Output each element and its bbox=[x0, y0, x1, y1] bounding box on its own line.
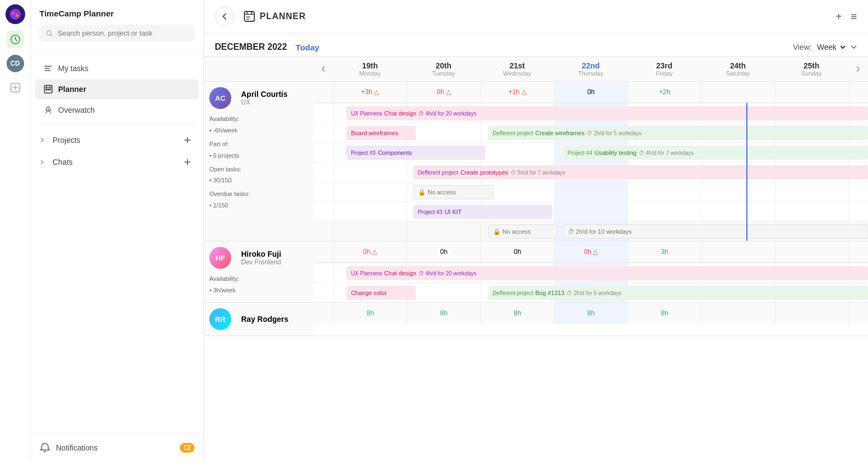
chats-section-header[interactable]: Chats bbox=[31, 151, 203, 173]
hiroko-task-bug[interactable]: Defferent project Bug #1213 ⏱ 2h/d for 5… bbox=[488, 286, 868, 300]
back-button[interactable] bbox=[215, 7, 235, 26]
svg-point-0 bbox=[10, 9, 21, 20]
day-num-5: 24th bbox=[703, 61, 772, 70]
hiroko-hour-0: 0h △ bbox=[333, 241, 407, 262]
day-name-1: Tuesday bbox=[409, 70, 478, 77]
day-name-2: Wednsday bbox=[483, 70, 552, 77]
hiroko-task-chat-design[interactable]: UX Plannera Chat design ⏱ 4h/d for 20 wo… bbox=[346, 266, 868, 280]
april-task-cells-0: UX Plannera Chat design ⏱ 4h/d for 20 wo… bbox=[333, 103, 868, 123]
task-label: Chat design bbox=[384, 110, 416, 117]
hiroko-hour-2: 0h bbox=[481, 241, 554, 262]
april-hour-0: +3h △ bbox=[333, 82, 407, 102]
person-row-ray: RR Ray Rodgers 8h 8h 8h 8h bbox=[204, 303, 868, 336]
gantt-body: AC April Courtis UX Availability: • -6h/… bbox=[204, 82, 868, 462]
search-input[interactable] bbox=[58, 29, 188, 37]
chats-label: Chats bbox=[53, 158, 73, 166]
april-avatar: AC bbox=[209, 87, 231, 109]
hiroko-hour-4: 3h bbox=[627, 241, 701, 262]
day-header-0: 19th Monday bbox=[333, 57, 407, 81]
add-project-button[interactable] bbox=[184, 135, 195, 146]
hiroko-task-row-0: UX Plannera Chat design ⏱ 4h/d for 20 wo… bbox=[313, 263, 868, 282]
view-selector: View: Week Month Day bbox=[793, 42, 857, 52]
hiroko-task-change-color[interactable]: Change color bbox=[346, 286, 416, 300]
nav-item-planner[interactable]: Planner bbox=[35, 79, 199, 99]
hiroko-name-role: Hiroko Fuji Dev Frontend bbox=[241, 250, 281, 266]
april-hours-row: +3h △ 0h △ +1h △ 0h +2h bbox=[313, 82, 868, 103]
hiroko-hours-cells: 0h △ 0h 0h 0h △ 3h bbox=[333, 241, 868, 262]
next-week-button[interactable] bbox=[848, 61, 868, 77]
search-box[interactable] bbox=[39, 25, 195, 42]
sidebar: TimeCamp Planner My tasks bbox=[31, 0, 204, 462]
ray-header: RR Ray Rodgers 8h 8h 8h 8h bbox=[204, 303, 868, 336]
view-label: View: bbox=[793, 43, 812, 51]
person-row-hiroko: HF Hiroko Fuji Dev Frontend Availability… bbox=[204, 241, 868, 303]
prev-week-button[interactable] bbox=[313, 61, 333, 77]
day-num-2: 21st bbox=[483, 61, 552, 70]
april-header: AC April Courtis UX Availability: • -6h/… bbox=[204, 82, 868, 241]
hiroko-hour-3: 0h △ bbox=[554, 241, 627, 262]
april-task-board-wireframes[interactable]: Board wireframes bbox=[346, 126, 416, 140]
ray-hour-1: 8h bbox=[407, 303, 480, 324]
ray-name-role: Ray Rodgers bbox=[241, 315, 288, 324]
april-hour-2: +1h △ bbox=[481, 82, 554, 102]
app-logo bbox=[5, 4, 25, 24]
april-task-prototypes[interactable]: Defferent project Create prototypes ⏱ 5h… bbox=[413, 165, 868, 180]
add-button[interactable]: + bbox=[836, 10, 842, 23]
hiroko-task-row-1: Change color Defferent project Bug #1213… bbox=[313, 282, 868, 302]
person-row-april: AC April Courtis UX Availability: • -6h/… bbox=[204, 82, 868, 241]
svg-rect-6 bbox=[45, 66, 47, 67]
april-hour-4: +2h bbox=[627, 82, 701, 102]
day-header-4: 23rd Friday bbox=[627, 57, 701, 81]
april-task-chat-design[interactable]: UX Plannera Chat design ⏱ 4h/d for 20 wo… bbox=[346, 106, 868, 120]
nav-item-overwatch[interactable]: Overwatch bbox=[35, 100, 199, 120]
add-nav-icon[interactable] bbox=[7, 79, 24, 96]
svg-point-2 bbox=[15, 14, 19, 17]
sidebar-title: TimeCamp Planner bbox=[39, 9, 195, 18]
april-hour-5 bbox=[701, 82, 774, 102]
hiroko-tasks: UX Plannera Chat design ⏱ 4h/d for 20 wo… bbox=[313, 263, 868, 302]
april-task-2h-workdays[interactable]: ⏱ 2h/d for 10 workdays bbox=[563, 224, 868, 239]
april-task-uikit[interactable]: Project #3 UI KIT bbox=[413, 205, 552, 219]
april-task-row-6: 🔒 No access ⏱ 2h/d for 10 workdays bbox=[313, 221, 868, 241]
add-chat-button[interactable] bbox=[184, 157, 195, 168]
timer-nav-icon[interactable] bbox=[7, 31, 24, 48]
svg-rect-10 bbox=[49, 89, 51, 90]
ray-hours-cells: 8h 8h 8h 8h 8h bbox=[333, 303, 868, 324]
april-hour-6 bbox=[775, 82, 848, 102]
menu-button[interactable]: ≡ bbox=[850, 10, 857, 23]
today-button[interactable]: Today bbox=[296, 43, 319, 52]
header-actions: + ≡ bbox=[836, 10, 857, 23]
april-task-components[interactable]: Project #3 Components bbox=[346, 146, 486, 160]
user-avatar-small[interactable]: CD bbox=[7, 55, 24, 72]
nav-item-my-tasks[interactable]: My tasks bbox=[35, 59, 199, 78]
april-task-cells-3: Defferent project Create prototypes ⏱ 5h… bbox=[333, 163, 868, 182]
april-task-row-5: Project #3 UI KIT bbox=[313, 201, 868, 221]
april-name: April Courtis bbox=[241, 90, 288, 99]
april-task-row-0: UX Plannera Chat design ⏱ 4h/d for 20 wo… bbox=[313, 103, 868, 123]
day-header-3: 22nd Thursday bbox=[554, 57, 627, 81]
hiroko-role: Dev Frontend bbox=[241, 258, 281, 266]
april-task-usability[interactable]: Project #4 Usability testing ⏱ 4h/d for … bbox=[563, 146, 868, 160]
april-task-create-wireframes[interactable]: Defferent project Create wireframes ⏱ 2h… bbox=[488, 126, 868, 140]
chevron-down-icon bbox=[850, 44, 857, 50]
april-task-noaccess-1[interactable]: 🔒 No access bbox=[413, 185, 493, 199]
ray-hour-2: 8h bbox=[481, 303, 554, 324]
april-name-role: April Courtis UX bbox=[241, 90, 288, 106]
notifications-badge: 12 bbox=[180, 443, 195, 453]
april-task-noaccess-2[interactable]: 🔒 No access bbox=[488, 224, 558, 239]
chevron-right-icon bbox=[39, 137, 45, 143]
calendar-grid-icon bbox=[44, 85, 53, 94]
view-mode-select[interactable]: Week Month Day bbox=[815, 42, 847, 52]
day-num-6: 25th bbox=[777, 61, 846, 70]
planner-icon bbox=[243, 10, 255, 22]
hiroko-hour-5 bbox=[701, 241, 774, 262]
day-name-0: Monday bbox=[335, 70, 404, 77]
sidebar-footer: Notifications 12 bbox=[31, 433, 203, 462]
svg-rect-12 bbox=[244, 11, 254, 21]
april-info: AC April Courtis UX Availability: • -6h/… bbox=[204, 82, 313, 241]
hiroko-task-cells-1: Change color Defferent project Bug #1213… bbox=[333, 283, 868, 302]
ray-hour-3: 8h bbox=[554, 303, 627, 324]
chevron-right-icon-chats bbox=[39, 159, 45, 165]
projects-section-header[interactable]: Projects bbox=[31, 129, 203, 151]
day-num-0: 19th bbox=[335, 61, 404, 70]
